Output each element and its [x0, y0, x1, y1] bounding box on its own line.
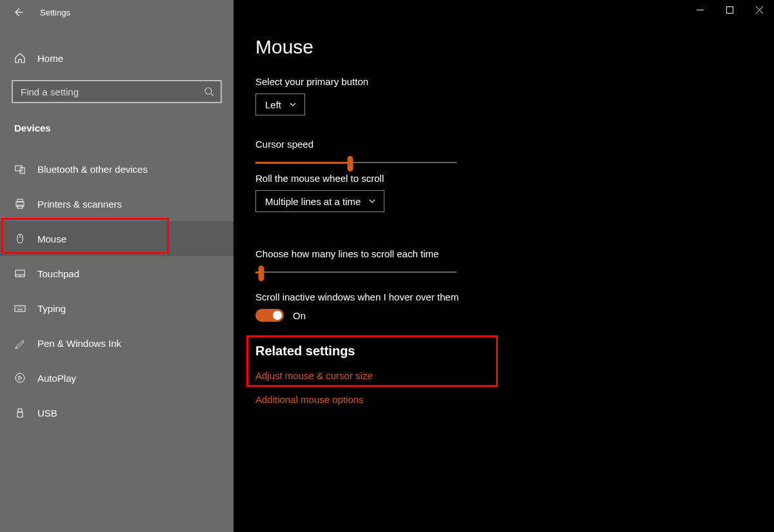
back-button[interactable]	[12, 6, 25, 19]
nav-item-bluetooth[interactable]: Bluetooth & other devices	[0, 152, 233, 186]
nav-label: Printers & scanners	[37, 199, 122, 210]
svg-point-0	[205, 88, 212, 94]
svg-rect-11	[15, 306, 25, 311]
dropdown-value: Left	[265, 99, 281, 110]
wheel-scroll-dropdown[interactable]: Multiple lines at a time	[255, 190, 384, 212]
svg-rect-4	[17, 199, 23, 202]
search-wrap	[12, 80, 223, 103]
nav-list: Bluetooth & other devices Printers & sca…	[0, 152, 233, 430]
page-title: Mouse	[255, 36, 774, 58]
dropdown-value: Multiple lines at a time	[265, 196, 361, 207]
nav-item-pen[interactable]: Pen & Windows Ink	[0, 326, 233, 360]
nav-item-mouse[interactable]: Mouse	[0, 221, 233, 256]
nav-item-typing[interactable]: Typing	[0, 291, 233, 326]
nav-label: USB	[37, 408, 57, 419]
svg-point-17	[15, 373, 25, 382]
primary-button-dropdown[interactable]: Left	[255, 94, 305, 115]
pen-icon	[14, 337, 26, 349]
lines-scroll-label: Choose how many lines to scroll each tim…	[255, 248, 774, 259]
app-title: Settings	[40, 8, 70, 17]
slider-thumb[interactable]	[347, 156, 353, 172]
scroll-inactive-label: Scroll inactive windows when I hover ove…	[255, 291, 774, 302]
link-additional-mouse-options[interactable]: Additional mouse options	[255, 394, 774, 405]
primary-button-label: Select your primary button	[255, 76, 774, 87]
devices-icon	[14, 163, 26, 175]
nav-item-usb[interactable]: USB	[0, 395, 233, 430]
home-nav[interactable]: Home	[0, 44, 233, 72]
main-content: Mouse Select your primary button Left Cu…	[233, 0, 774, 532]
window-controls	[685, 0, 774, 22]
nav-item-printers[interactable]: Printers & scanners	[0, 186, 233, 221]
keyboard-icon	[14, 302, 26, 314]
nav-label: Typing	[37, 303, 66, 314]
category-label: Devices	[0, 123, 233, 133]
search-icon	[204, 86, 214, 97]
cursor-speed-label: Cursor speed	[255, 139, 774, 150]
autoplay-icon	[14, 372, 26, 384]
close-button[interactable]	[744, 0, 774, 19]
slider-thumb[interactable]	[259, 266, 264, 281]
sidebar: Settings Home Devices Bluetooth & oth	[0, 0, 233, 532]
touchpad-icon	[14, 268, 26, 279]
svg-rect-1	[15, 166, 22, 171]
svg-rect-21	[726, 6, 733, 13]
related-settings-heading: Related settings	[255, 344, 774, 359]
scroll-inactive-toggle[interactable]	[255, 309, 284, 322]
minimize-button[interactable]	[685, 0, 715, 19]
wheel-scroll-label: Roll the mouse wheel to scroll	[255, 173, 774, 184]
mouse-icon	[14, 233, 26, 244]
nav-label: Touchpad	[37, 268, 79, 279]
svg-rect-19	[17, 412, 23, 417]
printer-icon	[14, 198, 26, 210]
nav-item-autoplay[interactable]: AutoPlay	[0, 360, 233, 395]
home-icon	[14, 52, 26, 64]
chevron-down-icon	[368, 197, 376, 205]
nav-label: AutoPlay	[37, 373, 76, 384]
nav-label: Pen & Windows Ink	[37, 338, 121, 349]
nav-item-touchpad[interactable]: Touchpad	[0, 256, 233, 291]
chevron-down-icon	[289, 101, 297, 108]
search-box[interactable]	[12, 80, 222, 103]
search-input[interactable]	[21, 86, 204, 97]
usb-icon	[14, 407, 26, 419]
maximize-button[interactable]	[715, 0, 744, 19]
nav-label: Bluetooth & other devices	[37, 164, 148, 175]
svg-rect-18	[18, 409, 22, 412]
link-adjust-mouse-size[interactable]: Adjust mouse & cursor size	[255, 370, 774, 381]
titlebar-left: Settings	[0, 0, 233, 25]
toggle-state: On	[293, 310, 306, 321]
home-label: Home	[37, 53, 63, 64]
cursor-speed-slider[interactable]	[255, 156, 457, 169]
lines-scroll-slider[interactable]	[255, 266, 457, 279]
nav-label: Mouse	[37, 233, 66, 244]
